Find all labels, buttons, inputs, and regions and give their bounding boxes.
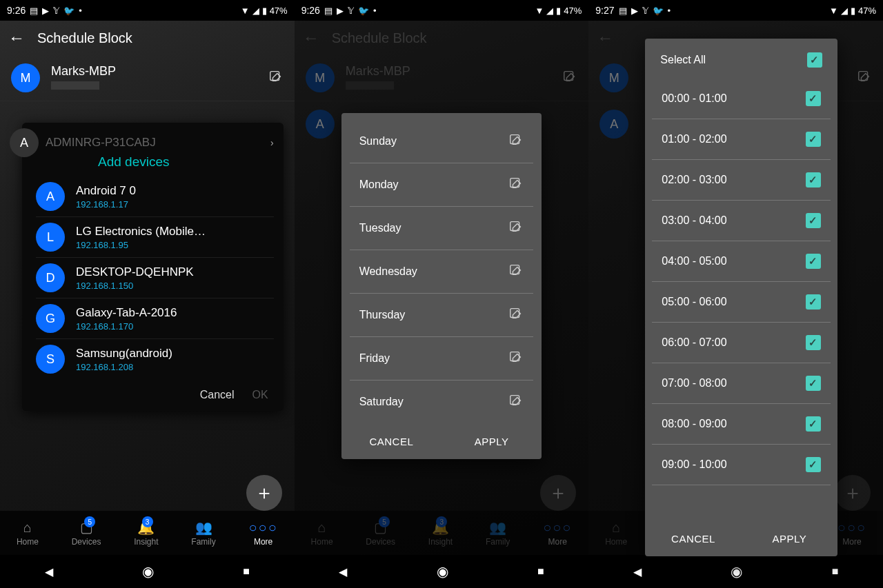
cancel-button[interactable]: CANCEL xyxy=(645,533,741,545)
sys-back-icon[interactable]: ◀ xyxy=(633,565,642,578)
notification-icon: ▤ xyxy=(324,6,333,16)
hour-row[interactable]: 09:00 - 10:00✓ xyxy=(652,445,831,485)
peek-avatar: A xyxy=(10,128,39,157)
sys-recent-icon[interactable]: ■ xyxy=(537,565,544,578)
edit-icon[interactable] xyxy=(508,306,524,324)
hour-row[interactable]: 01:00 - 02:00✓ xyxy=(652,119,831,160)
hour-row[interactable]: 05:00 - 06:00✓ xyxy=(652,282,831,323)
sys-home-icon[interactable]: ◉ xyxy=(437,563,448,580)
peek-name: ADMINRG-P31CABJ xyxy=(46,136,156,150)
day-row[interactable]: Thursday xyxy=(350,294,534,337)
checkbox-icon[interactable]: ✓ xyxy=(806,172,821,187)
youtube-icon: ▶ xyxy=(631,6,638,16)
checkbox-icon[interactable]: ✓ xyxy=(806,213,821,228)
battery-pct: 47% xyxy=(858,6,876,16)
chevron-right-icon: › xyxy=(270,137,274,148)
device-avatar: M xyxy=(11,63,40,92)
back-arrow-icon[interactable]: ← xyxy=(8,28,25,48)
edit-icon[interactable] xyxy=(268,69,284,87)
cancel-button[interactable]: Cancel xyxy=(200,389,235,401)
add-devices-dialog: A ADMINRG-P31CABJ › Add devices A Androi… xyxy=(22,123,284,411)
screenshot-pane-2: 9:26 ▤ ▶ 𝕐 🐦 • ▼ ◢ ▮ 47% ← Schedule Bloc… xyxy=(295,0,589,588)
edit-icon[interactable] xyxy=(508,132,524,150)
edit-icon[interactable] xyxy=(508,263,524,281)
dot-icon: • xyxy=(79,6,82,16)
apply-button[interactable]: APPLY xyxy=(742,533,837,545)
day-row[interactable]: Sunday xyxy=(350,113,534,163)
select-all-row[interactable]: Select All ✓ xyxy=(645,39,837,79)
nav-insight[interactable]: 🔔3Insight xyxy=(134,519,158,547)
add-device-item[interactable]: A Android 7 0 192.168.1.17 xyxy=(36,176,274,216)
add-device-item[interactable]: G Galaxy-Tab-A-2016 192.168.1.170 xyxy=(36,298,274,338)
dot-icon: • xyxy=(373,6,377,16)
status-time: 9:26 xyxy=(7,5,26,16)
device-name: LG Electronics (Mobile… xyxy=(76,225,274,239)
hour-row[interactable]: 04:00 - 05:00✓ xyxy=(652,241,831,282)
system-nav: ◀ ◉ ■ xyxy=(295,555,589,588)
checkbox-icon[interactable]: ✓ xyxy=(806,335,821,350)
day-row[interactable]: Tuesday xyxy=(350,207,534,250)
add-device-item[interactable]: S Samsung(android) 192.168.1.208 xyxy=(36,338,274,379)
home-icon: ⌂ xyxy=(23,519,32,536)
avatar: S xyxy=(36,345,65,374)
ok-button[interactable]: OK xyxy=(252,389,268,401)
hour-row[interactable]: 02:00 - 03:00✓ xyxy=(652,160,831,201)
device-ip: 192.168.1.150 xyxy=(76,281,274,291)
wifi-icon: ▼ xyxy=(241,6,250,16)
system-nav: ◀ ◉ ■ xyxy=(588,555,883,588)
hour-row[interactable]: 00:00 - 01:00✓ xyxy=(652,79,831,119)
edit-icon[interactable] xyxy=(508,176,524,194)
hour-row[interactable]: 03:00 - 04:00✓ xyxy=(652,201,831,241)
sys-recent-icon[interactable]: ■ xyxy=(243,565,250,578)
add-device-item[interactable]: D DESKTOP-DQEHNPK 192.168.1.150 xyxy=(36,257,274,298)
nav-family[interactable]: 👥Family xyxy=(191,519,215,547)
hour-row[interactable]: 06:00 - 07:00✓ xyxy=(652,323,831,363)
checkbox-icon[interactable]: ✓ xyxy=(806,376,821,391)
day-row[interactable]: Saturday xyxy=(350,381,534,423)
status-bar: 9:27 ▤ ▶ 𝕐 🐦 • ▼ ◢ ▮ 47% xyxy=(588,0,883,21)
checkbox-icon[interactable]: ✓ xyxy=(806,416,821,432)
status-time: 9:26 xyxy=(301,5,320,16)
status-bar: 9:26 ▤ ▶ 𝕐 🐦 • ▼ ◢ ▮ 47% xyxy=(0,0,295,21)
sys-home-icon[interactable]: ◉ xyxy=(731,563,742,580)
battery-icon: ▮ xyxy=(556,6,561,16)
sys-back-icon[interactable]: ◀ xyxy=(45,565,53,578)
day-row[interactable]: Monday xyxy=(350,163,534,207)
nav-home[interactable]: ⌂Home xyxy=(17,519,39,547)
bird-icon: 🐦 xyxy=(358,6,369,16)
battery-pct: 47% xyxy=(270,6,288,16)
status-time: 9:27 xyxy=(595,5,614,16)
device-name: Samsung(android) xyxy=(76,347,274,361)
day-row[interactable]: Wednesday xyxy=(350,250,534,294)
hour-row[interactable]: 08:00 - 09:00✓ xyxy=(652,404,831,445)
badge: 5 xyxy=(84,516,95,527)
device-ip: 192.168.1.170 xyxy=(76,321,274,332)
avatar: G xyxy=(36,304,65,333)
nav-devices[interactable]: ▢5Devices xyxy=(72,519,101,547)
avatar: D xyxy=(36,263,65,292)
apply-button[interactable]: APPLY xyxy=(442,436,542,447)
checkbox-icon[interactable]: ✓ xyxy=(806,132,821,147)
sys-back-icon[interactable]: ◀ xyxy=(339,565,347,578)
cancel-button[interactable]: CANCEL xyxy=(341,436,442,447)
checkbox-icon[interactable]: ✓ xyxy=(806,254,821,269)
day-row[interactable]: Friday xyxy=(350,337,534,381)
checkbox-icon[interactable]: ✓ xyxy=(806,457,821,472)
device-row[interactable]: M Marks-MBP xyxy=(0,55,295,101)
checkbox-icon[interactable]: ✓ xyxy=(807,52,822,68)
edit-icon[interactable] xyxy=(508,349,524,367)
device-name: Galaxy-Tab-A-2016 xyxy=(76,306,274,320)
hour-row[interactable]: 07:00 - 08:00✓ xyxy=(652,363,831,404)
nav-more[interactable]: ○○○More xyxy=(248,519,277,547)
edit-icon[interactable] xyxy=(508,219,524,237)
youtube-icon: ▶ xyxy=(42,6,49,16)
edit-icon[interactable] xyxy=(508,393,524,411)
checkbox-icon[interactable]: ✓ xyxy=(806,294,821,310)
add-fab-button[interactable]: ＋ xyxy=(246,475,282,511)
twitter-icon: 𝕐 xyxy=(348,6,354,16)
sys-recent-icon[interactable]: ■ xyxy=(832,565,839,578)
checkbox-icon[interactable]: ✓ xyxy=(806,91,821,106)
add-device-item[interactable]: L LG Electronics (Mobile… 192.168.1.95 xyxy=(36,216,274,257)
system-nav: ◀ ◉ ■ xyxy=(0,555,295,588)
sys-home-icon[interactable]: ◉ xyxy=(142,563,154,580)
